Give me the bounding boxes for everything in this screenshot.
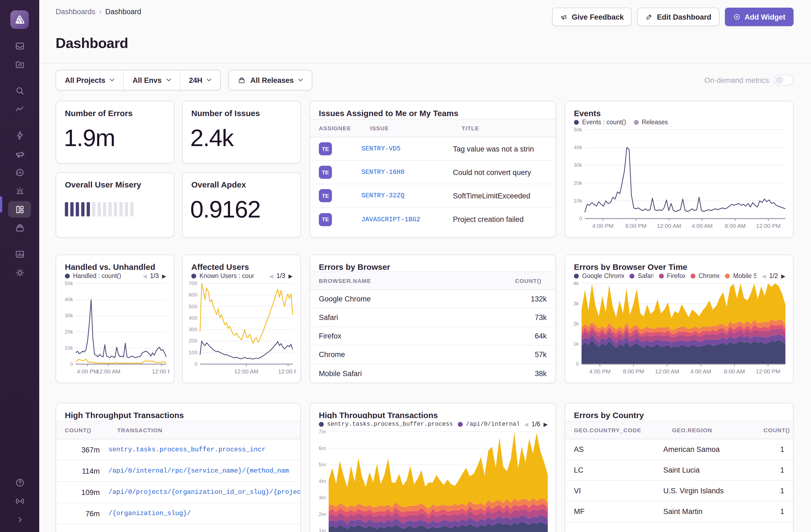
pager-prev-icon[interactable]: ◀: [524, 421, 528, 427]
pager-next-icon[interactable]: ▶: [289, 273, 293, 279]
widget-number-of-errors[interactable]: Number of Errors 1.9m: [56, 101, 174, 164]
transaction-link[interactable]: sentry.tasks.process_buffer.process_incr: [108, 446, 300, 454]
issue-link[interactable]: SENTRY-VD5: [361, 145, 453, 153]
table-row[interactable]: 114m /api/0/internal/rpc/{service_name}/…: [56, 460, 300, 482]
avatar[interactable]: TE: [319, 142, 332, 155]
widget-user-misery[interactable]: Overall User Misery: [56, 172, 174, 238]
sidebar-item-dashboards[interactable]: [8, 201, 31, 217]
add-widget-button[interactable]: Add Widget: [725, 7, 794, 26]
table-row[interactable]: VI U.S. Virgin Islands 1: [565, 481, 793, 501]
transaction-link[interactable]: /api/0/projects/{organization_id_or_slug…: [108, 488, 300, 496]
widget-handled-vs-unhandled[interactable]: Handled vs. Unhandled Handled : count() …: [56, 255, 174, 383]
give-feedback-button[interactable]: Give Feedback: [552, 7, 632, 26]
widget-affected-users[interactable]: Affected Users Known Users : cour ◀1/3▶ …: [182, 255, 301, 383]
table-row[interactable]: Firefox64k: [310, 327, 555, 346]
widget-apdex[interactable]: Overall Apdex 0.9162: [182, 172, 301, 238]
widget-high-throughput-table[interactable]: High Throughput Transactions Count() Tra…: [56, 403, 301, 532]
legend-item[interactable]: Events : count(): [574, 119, 626, 125]
col-count[interactable]: Count(): [56, 421, 108, 439]
widget-issues-assigned[interactable]: Issues Assigned to Me or My Teams Assign…: [309, 101, 556, 238]
col-assignee[interactable]: Assignee: [310, 119, 361, 137]
col-issue[interactable]: Issue: [361, 119, 453, 137]
sidebar-item-traces[interactable]: [8, 101, 31, 117]
ondemand-toggle[interactable]: [774, 75, 794, 86]
events-chart[interactable]: 010k20k30k40k50k4:00 PM8:00 PM12:00 AM4:…: [568, 126, 789, 235]
project-filter[interactable]: All Projects: [56, 70, 123, 90]
col-country-code[interactable]: Geo.Country_Code: [565, 421, 663, 439]
widget-number-of-issues[interactable]: Number of Issues 2.4k: [182, 101, 301, 164]
throughput-chart[interactable]: 01m2m3m4m5m6m7m4:00 PM8:00 PM12:00 AM4:0…: [313, 428, 551, 532]
table-row[interactable]: Safari73k: [310, 308, 555, 327]
pager-next-icon[interactable]: ▶: [781, 273, 785, 279]
col-region[interactable]: Geo.Region: [663, 421, 755, 439]
sidebar-item-feedback[interactable]: [8, 146, 31, 162]
pager-next-icon[interactable]: ▶: [162, 273, 166, 279]
legend-item[interactable]: Mobile S: [725, 273, 756, 279]
pager-next-icon[interactable]: ▶: [544, 421, 548, 427]
sidebar-item-settings[interactable]: [8, 264, 31, 281]
legend-item[interactable]: Known Users : cour: [191, 273, 254, 279]
widget-errors-by-country[interactable]: Errors by Country Geo.Country_Code Geo.R…: [565, 403, 794, 532]
issue-link[interactable]: SENTRY-32ZQ: [361, 192, 453, 199]
legend-item[interactable]: Chrome: [690, 273, 719, 279]
table-row[interactable]: TE SENTRY-32ZQ SoftTimeLimitExceeded: [310, 184, 555, 208]
table-row[interactable]: LC Saint Lucia 1: [565, 460, 793, 481]
avatar[interactable]: TE: [319, 213, 332, 226]
issue-link[interactable]: JAVASCRIPT-1BG2: [361, 216, 453, 223]
sidebar-item-whats-new[interactable]: [8, 493, 31, 509]
sidebar-item-releases[interactable]: [8, 220, 31, 236]
table-row[interactable]: TE SENTRY-VD5 Tag value was not a strin: [310, 137, 555, 161]
widget-errors-by-browser-over-time[interactable]: Errors by Browser Over Time Google Chrom…: [565, 255, 794, 383]
legend-item[interactable]: /api/0/internal/r: [458, 421, 519, 427]
col-browser-name[interactable]: Browser.Name: [310, 272, 506, 289]
col-transaction[interactable]: Transaction: [108, 421, 300, 439]
sidebar-collapse[interactable]: [8, 511, 31, 528]
browser-over-time-chart[interactable]: 01k2k3k4k4:00 PM8:00 PM12:00 AM4:00 AM8:…: [568, 280, 789, 380]
legend-item[interactable]: Google Chrome: [574, 273, 624, 279]
table-row[interactable]: AS American Samoa 1: [565, 439, 793, 460]
releases-filter[interactable]: All Releases: [229, 70, 312, 90]
handled-chart[interactable]: 010k20k30k40k50k4:00 PM12:00 AM12:00 P: [59, 280, 169, 380]
col-count[interactable]: Count(): [506, 272, 555, 289]
table-row[interactable]: TE SENTRY-16H8 Could not convert query: [310, 161, 555, 184]
sidebar-item-issues[interactable]: [8, 37, 31, 54]
sidebar-item-replays[interactable]: [8, 164, 31, 180]
issue-link[interactable]: SENTRY-16H8: [361, 168, 453, 176]
legend-item[interactable]: Releases: [633, 119, 668, 125]
date-range-filter[interactable]: 24H: [180, 70, 220, 90]
table-row[interactable]: Google Chrome132k: [310, 290, 555, 308]
edit-dashboard-button[interactable]: Edit Dashboard: [638, 7, 720, 26]
legend-item[interactable]: Handled : count(): [65, 273, 121, 279]
sentry-logo[interactable]: [10, 10, 29, 29]
sidebar-item-alerts[interactable]: [8, 183, 31, 199]
table-row[interactable]: TE JAVASCRIPT-1BG2 Project creation fail…: [310, 208, 555, 231]
legend-item[interactable]: Firefox: [659, 273, 685, 279]
transaction-link[interactable]: /api/0/internal/rpc/{service_name}/{meth…: [108, 467, 300, 475]
col-title[interactable]: Title: [453, 119, 555, 137]
legend-item[interactable]: Safari: [630, 273, 653, 279]
affected-users-chart[interactable]: 010020030040050060070012:00 AM12:00 P: [186, 280, 296, 380]
widget-errors-by-browser[interactable]: Errors by Browser Browser.Name Count() G…: [309, 255, 556, 383]
col-count[interactable]: Count(): [755, 421, 793, 439]
table-row[interactable]: 109m /api/0/projects/{organization_id_or…: [56, 482, 300, 503]
table-row[interactable]: Chrome57k: [310, 346, 555, 364]
avatar[interactable]: TE: [319, 189, 332, 202]
table-row[interactable]: 367m sentry.tasks.process_buffer.process…: [56, 439, 300, 460]
widget-events[interactable]: Events Events : count() Releases 010k20k…: [565, 101, 794, 238]
sidebar-item-explore[interactable]: [8, 82, 31, 98]
sidebar-item-performance[interactable]: [8, 127, 31, 143]
table-row[interactable]: MF Saint Martin 1: [565, 501, 793, 522]
sidebar-item-stats[interactable]: [8, 246, 31, 262]
table-row[interactable]: 76m /{organization_slug}/: [56, 503, 300, 525]
breadcrumb-dashboards[interactable]: Dashboards: [56, 7, 95, 16]
sidebar-item-help[interactable]: [8, 474, 31, 490]
pager-prev-icon[interactable]: ◀: [762, 273, 766, 279]
table-row[interactable]: Mobile Safari38k: [310, 364, 555, 383]
environment-filter[interactable]: All Envs: [123, 70, 180, 90]
widget-high-throughput-chart[interactable]: High Throughput Transactions sentry.task…: [309, 403, 556, 532]
sidebar-item-projects[interactable]: [8, 56, 31, 73]
pager-prev-icon[interactable]: ◀: [142, 273, 147, 279]
pager-prev-icon[interactable]: ◀: [269, 273, 273, 279]
legend-item[interactable]: sentry.tasks.process_buffer.process_incr: [319, 421, 453, 427]
transaction-link[interactable]: /{organization_slug}/: [108, 510, 300, 517]
